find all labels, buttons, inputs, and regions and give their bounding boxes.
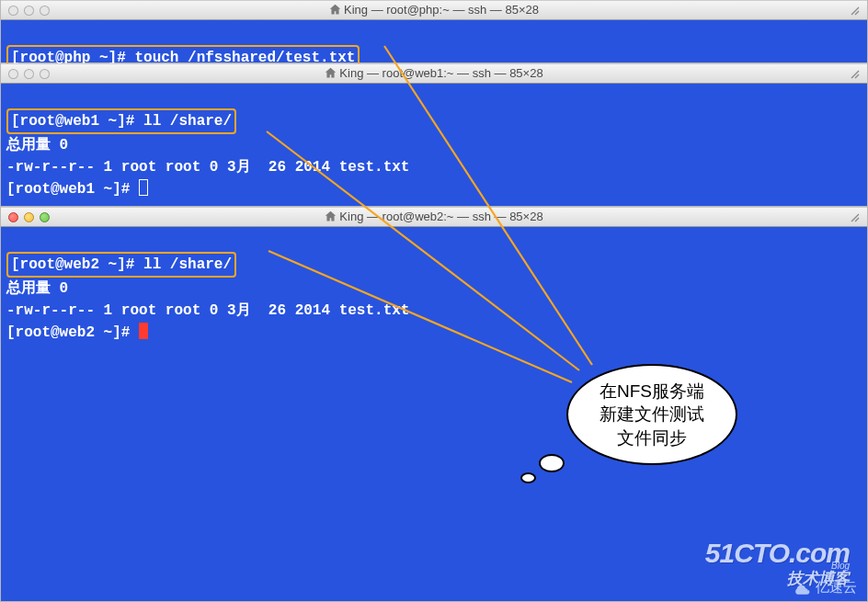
highlighted-command-web1: [root@web1 ~]# ll /share/ — [6, 108, 236, 134]
terminal-output-php[interactable]: [root@php ~]# touch /nfsshared/test.txt … — [1, 20, 867, 62]
file-listing: -rw-r--r-- 1 root root 0 3月 26 2014 test… — [6, 159, 409, 176]
prompt: [root@web2 ~]# — [6, 324, 139, 341]
resize-icon[interactable] — [849, 211, 862, 224]
close-icon[interactable] — [8, 6, 18, 16]
terminal-window-php: King — root@php:~ — ssh — 85×28 [root@ph… — [0, 0, 868, 63]
minimize-icon[interactable] — [24, 212, 34, 222]
bubble-tail-icon — [520, 472, 536, 483]
home-icon — [325, 210, 337, 222]
annotation-bubble: 在NFS服务端 新建文件测试 文件同步 — [566, 364, 737, 465]
home-icon — [325, 67, 337, 79]
window-titlebar-web2[interactable]: King — root@web2:~ — ssh — 85×28 — [1, 207, 867, 227]
resize-icon[interactable] — [849, 68, 862, 81]
watermark-footer: 亿速云 — [794, 579, 857, 596]
terminal-output-web1[interactable]: [root@web1 ~]# ll /share/ 总用量 0 -rw-r--r… — [1, 84, 867, 206]
annotation-text: 在NFS服务端 新建文件测试 文件同步 — [600, 380, 704, 450]
window-buttons[interactable] — [8, 69, 50, 79]
window-title: King — root@web1:~ — ssh — 85×28 — [1, 63, 867, 84]
minimize-icon[interactable] — [24, 69, 34, 79]
window-titlebar-web1[interactable]: King — root@web1:~ — ssh — 85×28 — [1, 63, 867, 84]
prompt: [root@web1 ~]# — [6, 181, 139, 198]
close-icon[interactable] — [8, 69, 18, 79]
watermark-brand: 亿速云 — [816, 579, 857, 596]
zoom-icon[interactable] — [40, 69, 50, 79]
cursor-icon — [139, 323, 148, 339]
bubble-tail-icon — [539, 454, 565, 472]
window-buttons[interactable] — [8, 6, 50, 16]
zoom-icon[interactable] — [40, 212, 50, 222]
command-text: ll /share/ — [143, 256, 232, 273]
terminal-window-web1: King — root@web1:~ — ssh — 85×28 [root@w… — [0, 63, 868, 207]
window-titlebar-php[interactable]: King — root@php:~ — ssh — 85×28 — [1, 0, 867, 20]
watermark-site: 51CTO.com — [705, 538, 850, 569]
file-listing: -rw-r--r-- 1 root root 0 3月 26 2014 test… — [6, 302, 409, 319]
total-line: 总用量 0 — [6, 137, 68, 153]
window-buttons[interactable] — [8, 212, 50, 222]
cursor-icon — [139, 179, 148, 196]
close-icon[interactable] — [8, 212, 18, 222]
total-line: 总用量 0 — [6, 280, 68, 297]
cloud-icon — [794, 582, 812, 595]
highlighted-command-web2: [root@web2 ~]# ll /share/ — [6, 252, 236, 278]
home-icon — [329, 4, 341, 16]
zoom-icon[interactable] — [40, 6, 50, 16]
minimize-icon[interactable] — [24, 6, 34, 16]
command-text: ll /share/ — [143, 113, 232, 130]
window-title: King — root@web2:~ — ssh — 85×28 — [1, 207, 867, 227]
window-title: King — root@php:~ — ssh — 85×28 — [1, 0, 867, 20]
resize-icon[interactable] — [849, 5, 862, 17]
